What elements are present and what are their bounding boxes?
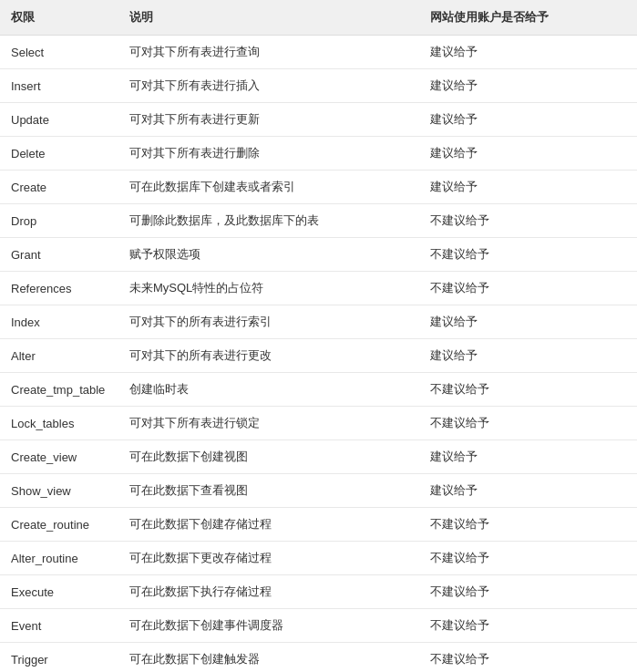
cell-recommended: 建议给予 [419, 171, 637, 204]
table-row: Grant赋予权限选项不建议给予 [0, 238, 637, 272]
cell-description: 可在此数据下创建视图 [118, 440, 419, 474]
cell-recommended: 建议给予 [419, 36, 637, 69]
privileges-table-container: 权限 说明 网站使用账户是否给予 Select可对其下所有表进行查询建议给予In… [0, 0, 637, 672]
cell-recommended: 建议给予 [419, 440, 637, 474]
cell-privilege: Create [0, 171, 118, 204]
cell-recommended: 不建议给予 [419, 272, 637, 305]
cell-recommended: 不建议给予 [419, 238, 637, 272]
cell-privilege: Grant [0, 238, 118, 272]
cell-privilege: Drop [0, 204, 118, 238]
header-description: 说明 [118, 0, 419, 36]
cell-privilege: Create_tmp_table [0, 373, 118, 407]
cell-privilege: Update [0, 103, 118, 137]
cell-privilege: Select [0, 36, 118, 69]
cell-recommended: 不建议给予 [419, 609, 637, 643]
table-row: Lock_tables可对其下所有表进行锁定不建议给予 [0, 407, 637, 440]
cell-description: 可在此数据下执行存储过程 [118, 575, 419, 609]
cell-description: 可在此数据下更改存储过程 [118, 542, 419, 575]
cell-recommended: 建议给予 [419, 339, 637, 373]
table-header-row: 权限 说明 网站使用账户是否给予 [0, 0, 637, 36]
table-row: Create_tmp_table创建临时表不建议给予 [0, 373, 637, 407]
cell-recommended: 建议给予 [419, 305, 637, 339]
cell-recommended: 不建议给予 [419, 575, 637, 609]
cell-description: 创建临时表 [118, 373, 419, 407]
table-row: Alter可对其下的所有表进行更改建议给予 [0, 339, 637, 373]
cell-description: 可在此数据下创建事件调度器 [118, 609, 419, 643]
header-privilege: 权限 [0, 0, 118, 36]
cell-privilege: Delete [0, 137, 118, 171]
cell-description: 可在此数据下创建触发器 [118, 643, 419, 673]
cell-recommended: 不建议给予 [419, 542, 637, 575]
table-row: Execute可在此数据下执行存储过程不建议给予 [0, 575, 637, 609]
cell-privilege: Lock_tables [0, 407, 118, 440]
cell-recommended: 不建议给予 [419, 373, 637, 407]
cell-description: 可在此数据库下创建表或者索引 [118, 171, 419, 204]
cell-description: 赋予权限选项 [118, 238, 419, 272]
cell-privilege: References [0, 272, 118, 305]
cell-privilege: Insert [0, 69, 118, 103]
cell-recommended: 建议给予 [419, 69, 637, 103]
cell-description: 可对其下的所有表进行更改 [118, 339, 419, 373]
cell-description: 可对其下所有表进行插入 [118, 69, 419, 103]
cell-privilege: Create_routine [0, 508, 118, 542]
cell-privilege: Event [0, 609, 118, 643]
cell-description: 可对其下所有表进行锁定 [118, 407, 419, 440]
cell-recommended: 建议给予 [419, 474, 637, 508]
cell-description: 可在此数据下查看视图 [118, 474, 419, 508]
cell-description: 可对其下所有表进行查询 [118, 36, 419, 69]
cell-privilege: Create_view [0, 440, 118, 474]
cell-privilege: Alter [0, 339, 118, 373]
cell-recommended: 不建议给予 [419, 204, 637, 238]
cell-recommended: 建议给予 [419, 137, 637, 171]
table-row: Update可对其下所有表进行更新建议给予 [0, 103, 637, 137]
table-row: Create_view可在此数据下创建视图建议给予 [0, 440, 637, 474]
cell-privilege: Alter_routine [0, 542, 118, 575]
cell-privilege: Index [0, 305, 118, 339]
table-row: Alter_routine可在此数据下更改存储过程不建议给予 [0, 542, 637, 575]
cell-recommended: 不建议给予 [419, 643, 637, 673]
privileges-table: 权限 说明 网站使用账户是否给予 Select可对其下所有表进行查询建议给予In… [0, 0, 637, 672]
cell-privilege: Show_view [0, 474, 118, 508]
table-row: Create可在此数据库下创建表或者索引建议给予 [0, 171, 637, 204]
cell-description: 可在此数据下创建存储过程 [118, 508, 419, 542]
table-row: Select可对其下所有表进行查询建议给予 [0, 36, 637, 69]
cell-recommended: 建议给予 [419, 103, 637, 137]
table-row: Create_routine可在此数据下创建存储过程不建议给予 [0, 508, 637, 542]
table-row: Trigger可在此数据下创建触发器不建议给予 [0, 643, 637, 673]
cell-privilege: Execute [0, 575, 118, 609]
cell-description: 可对其下所有表进行删除 [118, 137, 419, 171]
cell-description: 可删除此数据库，及此数据库下的表 [118, 204, 419, 238]
table-row: Insert可对其下所有表进行插入建议给予 [0, 69, 637, 103]
table-row: Drop可删除此数据库，及此数据库下的表不建议给予 [0, 204, 637, 238]
cell-description: 可对其下的所有表进行索引 [118, 305, 419, 339]
table-row: Delete可对其下所有表进行删除建议给予 [0, 137, 637, 171]
table-row: Event可在此数据下创建事件调度器不建议给予 [0, 609, 637, 643]
cell-privilege: Trigger [0, 643, 118, 673]
header-recommended: 网站使用账户是否给予 [419, 0, 637, 36]
table-row: References未来MySQL特性的占位符不建议给予 [0, 272, 637, 305]
table-row: Index可对其下的所有表进行索引建议给予 [0, 305, 637, 339]
table-row: Show_view可在此数据下查看视图建议给予 [0, 474, 637, 508]
cell-recommended: 不建议给予 [419, 407, 637, 440]
cell-description: 未来MySQL特性的占位符 [118, 272, 419, 305]
cell-description: 可对其下所有表进行更新 [118, 103, 419, 137]
cell-recommended: 不建议给予 [419, 508, 637, 542]
